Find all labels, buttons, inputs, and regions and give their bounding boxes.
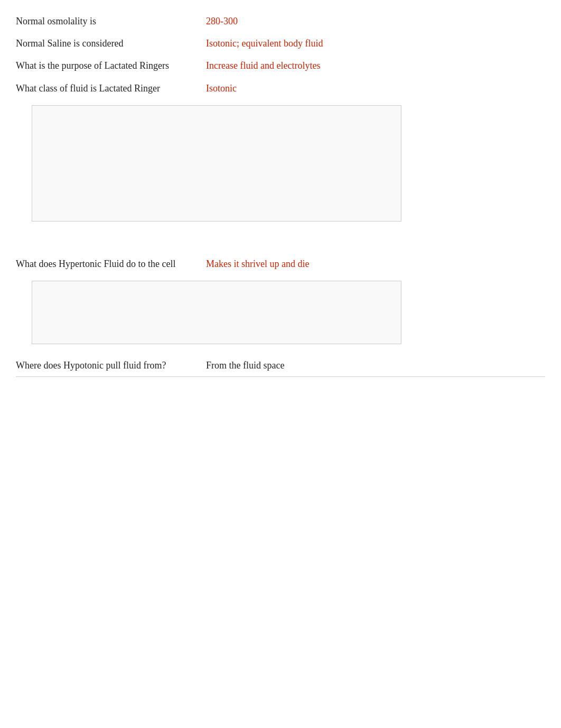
flashcard-question: Normal Saline is considered: [16, 37, 195, 50]
flashcard-answer: Increase fluid and electrolytes: [206, 59, 320, 72]
flashcard-row: What does Hypertonic Fluid do to the cel…: [16, 253, 545, 275]
flashcard-row: Normal Saline is considered Isotonic; eq…: [16, 33, 545, 55]
flashcard-row: Where does Hypotonic pull fluid from? Fr…: [16, 355, 545, 377]
image-placeholder-area: [16, 105, 545, 253]
card-image-medium: [32, 281, 401, 344]
flashcard-question: What class of fluid is Lactated Ringer: [16, 82, 195, 95]
flashcard-answer: Makes it shrivel up and die: [206, 257, 309, 271]
flashcard-question: Normal osmolality is: [16, 15, 195, 28]
flashcard-answer: From the fluid space: [206, 359, 284, 372]
flashcard-answer: Isotonic; equivalent body fluid: [206, 37, 323, 50]
image-placeholder-medium: [16, 281, 545, 355]
card-image-large: [32, 105, 401, 222]
flashcard-answer: Isotonic: [206, 82, 237, 95]
bottom-spacer: [16, 377, 545, 641]
flashcard-question: Where does Hypotonic pull fluid from?: [16, 359, 195, 372]
flashcard-list: Normal osmolality is 280-300 Normal Sali…: [0, 0, 561, 652]
flashcard-answer: 280-300: [206, 15, 238, 28]
flashcard-row: Normal osmolality is 280-300: [16, 11, 545, 33]
flashcard-row: What class of fluid is Lactated Ringer I…: [16, 78, 545, 100]
flashcard-question: What is the purpose of Lactated Ringers: [16, 59, 195, 72]
flashcard-row: What is the purpose of Lactated Ringers …: [16, 55, 545, 77]
flashcard-question: What does Hypertonic Fluid do to the cel…: [16, 257, 195, 271]
